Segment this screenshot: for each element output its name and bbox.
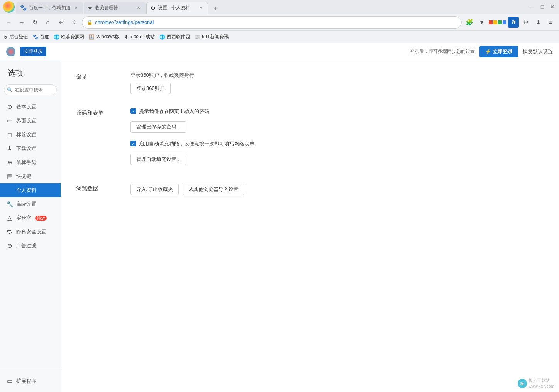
- adblock-settings-icon: ⊖: [6, 242, 13, 249]
- address-bar[interactable]: 🔒 chrome://settings/personal: [82, 16, 462, 29]
- tabs-bar: 🐾 百度一下，你就知道 ✕ ★ 收藏管理器 ✕ ⚙ 设置 - 个人资料 ✕ +: [16, 0, 527, 14]
- sidebar-item-extensions-label: 扩展程序: [16, 378, 36, 385]
- save-password-checkbox[interactable]: ✓: [130, 108, 136, 114]
- sidebar-item-tabs[interactable]: □ 标签设置: [0, 128, 61, 142]
- extension-icon[interactable]: 🧩: [464, 17, 475, 28]
- refresh-button[interactable]: ↻: [29, 17, 40, 28]
- sidebar-item-extensions[interactable]: ▭ 扩展程序: [0, 374, 61, 388]
- nav-right: 🧩 ▾ 译 ✂ ⬇ ≡: [464, 17, 556, 28]
- autofill-checkbox[interactable]: ✓: [130, 141, 136, 146]
- scissors-icon[interactable]: ✂: [520, 17, 531, 28]
- maximize-button[interactable]: □: [539, 3, 546, 10]
- pc6-icon: ⬇: [124, 34, 128, 40]
- close-button[interactable]: ✕: [549, 3, 556, 10]
- save-password-label: 提示我保存在网页上输入的密码: [139, 108, 209, 115]
- sidebar-item-advanced[interactable]: 🔧 高级设置: [0, 197, 61, 211]
- dropdown-button[interactable]: ▾: [476, 17, 487, 28]
- import-export-button[interactable]: 导入/导出收藏夹: [130, 184, 179, 195]
- settings-content: 登录 登录360账户，收藏夹随身行 登录360账户 密码和表单 ✓ 提示我保存在…: [61, 60, 559, 392]
- tab-settings[interactable]: ⚙ 设置 - 个人资料 ✕: [146, 2, 208, 14]
- sidebar-item-lab[interactable]: △ 实验室 New: [0, 211, 61, 225]
- ui-settings-icon: ▭: [6, 117, 13, 124]
- sidebar-item-ui[interactable]: ▭ 界面设置: [0, 114, 61, 128]
- login-bar-button[interactable]: 立即登录: [20, 47, 46, 56]
- bookmark-oufeiziyuan-label: 欧菲资源网: [61, 34, 84, 40]
- sidebar-item-basic[interactable]: ⊙ 基本设置: [0, 100, 61, 114]
- sidebar-item-privacy[interactable]: 🛡 隐私安全设置: [0, 225, 61, 239]
- new-badge: New: [35, 216, 47, 221]
- login-section-content: 登录360账户，收藏夹随身行 登录360账户: [130, 72, 544, 94]
- home-button[interactable]: ⌂: [42, 17, 53, 28]
- bookmark-baidu-label: 百度: [40, 34, 49, 40]
- bookmark-baidu[interactable]: 🐾 百度: [32, 34, 49, 40]
- tab-settings-close[interactable]: ✕: [198, 5, 204, 11]
- sidebar-item-download[interactable]: ⬇ 下载设置: [0, 142, 61, 155]
- mouse-settings-icon: ⊕: [6, 159, 13, 166]
- browse-data-buttons: 导入/导出收藏夹 从其他浏览器导入设置: [130, 184, 544, 195]
- bookmark-backend[interactable]: 🖱 后台登钮: [3, 34, 28, 40]
- bookmark-windows-label: Windows版: [96, 34, 120, 40]
- bookmark-pc6[interactable]: ⬇ 6 pc6下载站: [124, 34, 155, 40]
- sidebar-item-mouse-label: 鼠标手势: [16, 159, 36, 166]
- tab-baidu-close[interactable]: ✕: [73, 5, 79, 11]
- sidebar-item-basic-label: 基本设置: [16, 103, 36, 110]
- autofill-row: ✓ 启用自动填充功能，以便点按一次即可填写网络表单。: [130, 140, 544, 147]
- sidebar-item-profile[interactable]: 👤 个人资料: [0, 183, 61, 197]
- browse-data-label: 浏览数据: [76, 184, 115, 195]
- login-360-button[interactable]: 登录360账户: [130, 83, 171, 94]
- bookmark-oufeiziyuan[interactable]: 🌐 欧菲资源网: [54, 34, 84, 40]
- watermark-icon: 极: [518, 379, 527, 388]
- window-controls: ─ □ ✕: [529, 3, 556, 10]
- translate-button[interactable]: 译: [508, 17, 519, 28]
- back-history-button[interactable]: ↩: [56, 17, 66, 28]
- main-area: 选项 🔍 ⊙ 基本设置 ▭ 界面设置 □ 标签设置 ⬇ 下载设置: [0, 60, 559, 392]
- import-from-browser-button[interactable]: 从其他浏览器导入设置: [183, 184, 244, 195]
- restore-defaults-button[interactable]: 恢复默认设置: [523, 48, 553, 55]
- bookmark-star-button[interactable]: ☆: [69, 17, 80, 28]
- manage-passwords-button[interactable]: 管理已保存的密码...: [130, 121, 186, 133]
- sidebar-item-profile-label: 个人资料: [16, 187, 36, 194]
- backend-icon: 🖱: [3, 34, 8, 40]
- baidu-icon: 🐾: [32, 34, 38, 40]
- sidebar-item-privacy-label: 隐私安全设置: [16, 228, 46, 235]
- login-bar: 立即登录 登录后，即可多端同步您的设置 ⚡ 立即登录 恢复默认设置: [0, 43, 559, 60]
- lock-icon: 🔒: [87, 20, 93, 25]
- manage-autofill-button[interactable]: 管理自动填充设置...: [130, 154, 186, 165]
- watermark-text: 极光下载站 www.xz7.com: [529, 378, 554, 389]
- nav-bar: ← → ↻ ⌂ ↩ ☆ 🔒 chrome://settings/personal…: [0, 14, 559, 31]
- sidebar-item-ui-label: 界面设置: [16, 117, 36, 124]
- forward-button[interactable]: →: [16, 17, 27, 28]
- login-description: 登录360账户，收藏夹随身行: [130, 72, 544, 79]
- tab-bookmark-icon: ★: [88, 5, 93, 11]
- bookmarks-bar: 🖱 后台登钮 🐾 百度 🌐 欧菲资源网 🪟 Windows版 ⬇ 6 pc6下载…: [0, 31, 559, 43]
- download-settings-icon: ⬇: [6, 145, 13, 152]
- login-now-button[interactable]: ⚡ 立即登录: [479, 46, 518, 57]
- bookmark-itnews[interactable]: 📰 6 IT新闻资讯: [195, 34, 229, 40]
- tab-baidu[interactable]: 🐾 百度一下，你就知道 ✕: [16, 2, 83, 14]
- login-prompt-text: 登录后，即可多端同步您的设置: [410, 48, 475, 55]
- sidebar-item-shortcut-label: 快捷键: [16, 173, 31, 180]
- login-section: 登录 登录360账户，收藏夹随身行 登录360账户: [76, 72, 544, 94]
- shortcut-settings-icon: ▤: [6, 173, 13, 180]
- tab-baidu-icon: 🐾: [20, 5, 27, 11]
- minimize-button[interactable]: ─: [529, 3, 536, 10]
- sidebar-item-tabs-label: 标签设置: [16, 131, 36, 138]
- new-tab-button[interactable]: +: [210, 3, 221, 14]
- login-logo: [6, 47, 15, 56]
- download-icon[interactable]: ⬇: [533, 17, 544, 28]
- back-button[interactable]: ←: [3, 17, 14, 28]
- password-section: 密码和表单 ✓ 提示我保存在网页上输入的密码 管理已保存的密码... ✓ 启用自…: [76, 108, 544, 170]
- tab-settings-icon: ⚙: [151, 5, 156, 11]
- svg-text:极: 极: [520, 382, 524, 386]
- bookmark-itnews-label: 6 IT新闻资讯: [202, 34, 229, 40]
- sidebar-item-shortcut[interactable]: ▤ 快捷键: [0, 169, 61, 183]
- tab-bookmark-close[interactable]: ✕: [136, 5, 142, 11]
- menu-button[interactable]: ≡: [545, 17, 556, 28]
- bookmark-xixisoft[interactable]: 🌐 西西软件园: [159, 34, 190, 40]
- extensions-icon: ▭: [6, 378, 13, 385]
- tab-bookmark[interactable]: ★ 收藏管理器 ✕: [84, 2, 146, 14]
- sidebar-item-advanced-label: 高级设置: [16, 201, 36, 208]
- sidebar-item-adblock[interactable]: ⊖ 广告过滤: [0, 239, 61, 253]
- bookmark-windows[interactable]: 🪟 Windows版: [89, 34, 120, 40]
- sidebar-item-mouse[interactable]: ⊕ 鼠标手势: [0, 155, 61, 169]
